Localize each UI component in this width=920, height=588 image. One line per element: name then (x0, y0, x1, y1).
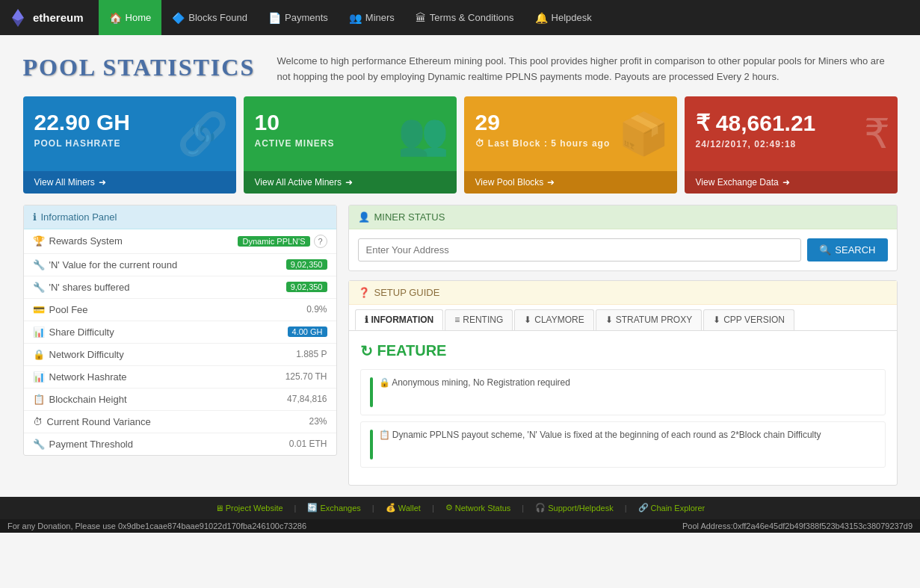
nav-item-payments[interactable]: 📄 Payments (258, 0, 339, 35)
threshold-value: 0.01 ETH (289, 439, 327, 449)
tab-info-label: INFORMATION (371, 315, 434, 325)
card-footer-blocks: View Pool Blocks ➜ (464, 171, 677, 194)
variance-label: Current Round Variance (47, 416, 151, 427)
tab-claymore[interactable]: ⬇ CLAYMORE (514, 309, 593, 330)
search-icon: 🔍 (819, 244, 831, 256)
brand-name: ethereum (33, 11, 84, 24)
nav-label-helpdesk: Helpdesk (552, 12, 592, 23)
tab-info-icon: ℹ (365, 315, 368, 325)
arrow-icon-miners: ➜ (345, 177, 353, 188)
panel-row-variance: ⏱ Current Round Variance 23% (24, 411, 336, 433)
nav-link-miners[interactable]: 👥 Miners (339, 0, 405, 35)
stat-card-exchange: ₹ 48,661.21 24/12/2017, 02:49:18 ₹ View … (685, 96, 898, 194)
green-bar-anonymous (370, 377, 373, 407)
footer-network-label: Network Status (455, 504, 511, 513)
footer-exchanges-link[interactable]: 🔄 Exchanges (307, 503, 360, 513)
nav-label-home: Home (126, 12, 152, 23)
info-panel: ℹ Information Panel 🏆 Rewards System Dyn… (23, 205, 337, 456)
card-top-blocks: 29 ⏱ Last Block : 5 hours ago 📦 (464, 96, 677, 171)
nethash-label: Network Hashrate (49, 371, 127, 383)
card-footer-miners: View All Active Miners ➜ (244, 171, 457, 194)
netdiff-icon: 🔒 (33, 349, 45, 360)
setup-guide-panel: ❓ SETUP GUIDE ℹ INFORMATION ≡ RENTING ⬇ … (348, 280, 898, 486)
search-button[interactable]: 🔍 SEARCH (807, 238, 887, 261)
netdiff-label: Network Difficulty (49, 349, 124, 360)
tab-renting[interactable]: ≡ RENTING (445, 309, 513, 330)
netdiff-value: 1.885 P (296, 349, 327, 359)
nvalue-icon: 🔧 (33, 259, 45, 270)
nav-link-blocks[interactable]: 🔷 Blocks Found (161, 0, 258, 35)
address-input[interactable] (358, 238, 802, 261)
info-panel-header: ℹ Information Panel (24, 205, 336, 229)
two-col: ℹ Information Panel 🏆 Rewards System Dyn… (23, 205, 898, 486)
view-exchange-label: View Exchange Data (696, 177, 779, 188)
nav-link-payments[interactable]: 📄 Payments (258, 0, 339, 35)
right-col: 👤 MINER STATUS 🔍 SEARCH ❓ SETUP GUIDE (348, 205, 898, 486)
nav-link-terms[interactable]: 🏛 Terms & Conditions (405, 0, 525, 35)
footer-network-link[interactable]: ⚙ Network Status (445, 503, 511, 513)
footer-sep-5: | (625, 504, 627, 513)
panel-row-nethash: 📊 Network Hashrate 125.70 TH (24, 366, 336, 389)
helpdesk-icon: 🔔 (535, 12, 548, 24)
footer-project-link[interactable]: 🖥 Project Website (215, 504, 283, 513)
tab-cpp-version[interactable]: ⬇ CPP VERSION (703, 309, 794, 330)
hashrate-icon: 🔗 (177, 109, 229, 158)
footer-sep-2: | (372, 504, 374, 513)
blockheight-label: Blockchain Height (49, 394, 127, 405)
left-col: ℹ Information Panel 🏆 Rewards System Dyn… (23, 205, 337, 486)
footer-bar: 🖥 Project Website | 🔄 Exchanges | 💰 Wall… (0, 497, 920, 519)
tab-stratum-proxy[interactable]: ⬇ STRATUM PROXY (596, 309, 702, 330)
footer-sep-1: | (294, 504, 297, 513)
donation-bar: For any Donation, Please use 0x9dbe1caae… (0, 519, 920, 533)
nav-link-helpdesk[interactable]: 🔔 Helpdesk (525, 0, 602, 35)
footer-wallet-label: Wallet (398, 504, 421, 513)
sharediff-icon: 📊 (33, 327, 45, 338)
navbar: ethereum 🏠 Home 🔷 Blocks Found 📄 Payment… (0, 0, 920, 35)
tab-cpp-label: CPP VERSION (723, 315, 785, 325)
miners-icon-card: 👥 (398, 109, 449, 158)
nvalue-label: 'N' Value for the current round (49, 259, 178, 270)
blocks-icon: 🔷 (172, 12, 185, 24)
nav-item-terms[interactable]: 🏛 Terms & Conditions (405, 0, 525, 35)
nav-item-home[interactable]: 🏠 Home (99, 0, 162, 35)
nav-item-miners[interactable]: 👥 Miners (339, 0, 405, 35)
footer-support-link[interactable]: 🎧 Support/Helpdesk (535, 503, 613, 513)
poolfee-label: Pool Fee (49, 304, 88, 315)
view-pool-blocks-link[interactable]: View Pool Blocks ➜ (475, 177, 555, 188)
footer-chain-link[interactable]: 🔗 Chain Explorer (638, 503, 706, 513)
donation-message: For any Donation, Please use 0x9dbe1caae… (7, 522, 306, 530)
row-label-blockheight: 📋 Blockchain Height (33, 394, 127, 405)
tab-renting-icon: ≡ (454, 315, 460, 325)
tab-information[interactable]: ℹ INFORMATION (355, 309, 444, 330)
footer-sep-4: | (522, 504, 524, 513)
variance-value: 23% (309, 416, 327, 427)
arrow-icon-exchange: ➜ (782, 177, 790, 188)
setup-guide-icon: ❓ (358, 287, 370, 298)
header-row: POOL STATISTICS Welcome to high performa… (23, 46, 898, 85)
panel-row-sharediff: 📊 Share Difficulty 4.00 GH (24, 321, 336, 344)
variance-icon: ⏱ (33, 416, 43, 427)
rewards-help-btn[interactable]: ? (314, 235, 327, 248)
search-btn-label: SEARCH (835, 244, 875, 256)
nav-item-helpdesk[interactable]: 🔔 Helpdesk (525, 0, 602, 35)
miners-icon: 👥 (349, 12, 362, 24)
feature-item-anonymous: 🔒 Anonymous mining, No Registration requ… (360, 369, 886, 415)
nav-links: 🏠 Home 🔷 Blocks Found 📄 Payments 👥 Miner… (99, 0, 602, 35)
view-all-miners-label: View All Miners (34, 177, 95, 188)
footer-wallet-link[interactable]: 💰 Wallet (386, 503, 421, 513)
panel-row-nshares: 🔧 'N' shares buffered 9,02,350 (24, 276, 336, 299)
nshares-label: 'N' shares buffered (49, 282, 130, 293)
row-label-nethash: 📊 Network Hashrate (33, 371, 127, 383)
threshold-icon: 🔧 (33, 439, 45, 450)
view-active-miners-label: View All Active Miners (255, 177, 342, 188)
nav-item-blocks[interactable]: 🔷 Blocks Found (161, 0, 258, 35)
view-exchange-link[interactable]: View Exchange Data ➜ (696, 177, 790, 188)
nav-link-home[interactable]: 🏠 Home (99, 0, 162, 35)
view-active-miners-link[interactable]: View All Active Miners ➜ (255, 177, 354, 188)
footer-exchanges-label: Exchanges (320, 504, 360, 513)
panel-row-netdiff: 🔒 Network Difficulty 1.885 P (24, 344, 336, 366)
poolfee-icon: 💳 (33, 304, 45, 315)
view-all-miners-link[interactable]: View All Miners ➜ (34, 177, 106, 188)
tab-claymore-icon: ⬇ (524, 315, 531, 325)
miner-status-header: 👤 MINER STATUS (349, 205, 897, 229)
